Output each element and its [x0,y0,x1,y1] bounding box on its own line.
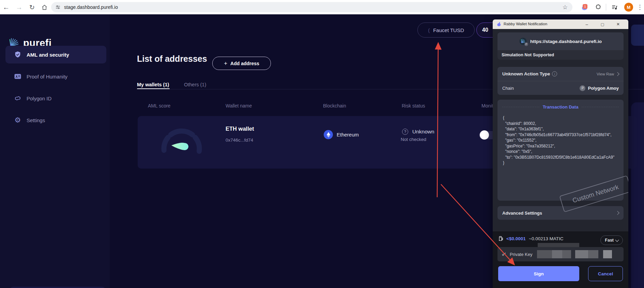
rabby-wallet-window: Rabby Wallet Notification – ▢ ✕ P https:… [493,19,628,288]
action-type-row: Unknown Action Type i View Raw [497,67,624,81]
signing-method-label: Private Key [510,252,532,257]
rabby-bottom-bar: <$0.0001 ~0.00213 MATIC Fast Private Key [493,231,628,288]
cancel-label: Cancel [598,271,613,276]
blockchain-name: Ethereum [337,132,359,138]
polygon-id-icon [14,95,22,102]
faucet-label: Faucet TUSD [433,27,464,33]
bookmark-star-icon[interactable]: ☆ [563,4,568,11]
advanced-settings-label: Advanced Settings [502,211,542,216]
simulation-note: Simulation Not Supported [502,53,554,57]
sidebar-item-aml[interactable]: AML and security [5,46,106,63]
action-type-label: Unknown Action Type [502,71,550,76]
spinner-icon: ( [428,27,430,33]
address-bar[interactable]: stage.dashboard.purefi.io ☆ [51,2,572,12]
wallet-address-button-fragment[interactable] [631,25,644,46]
profile-avatar[interactable]: M [624,3,633,12]
chain-row: Chain P Polygon Amoy [497,81,624,95]
wallet-address: 0x746c...fd74 [226,138,253,143]
close-icon[interactable]: ✕ [612,19,624,29]
sign-button[interactable]: Sign [498,266,579,281]
info-icon[interactable]: i [552,71,557,76]
action-card: Unknown Action Type i View Raw Chain P P… [497,67,624,95]
transaction-json[interactable]: { "chainId": 80002, "data": "0x1a363bf1"… [497,112,624,166]
chain-value: Polygon Amoy [588,86,619,91]
favicon-p-badge: P [524,42,528,46]
subscription-panel[interactable]: Subscription ☆ [9,287,106,288]
ethereum-icon [324,130,333,139]
add-address-button[interactable]: + Add address [212,57,271,70]
page-title: List of addresses [137,54,207,64]
risk-status: Unknown [412,129,434,135]
sidebar-item-label: Polygon ID [27,96,51,101]
gas-usd: <$0.0001 [506,236,526,241]
private-key-row[interactable]: Private Key [497,247,624,261]
site-info-icon[interactable] [55,4,61,10]
monitoring-toggle-knob[interactable] [480,130,489,140]
faucet-tusd-button[interactable]: ( Faucet TUSD [417,23,475,38]
chevron-down-icon [615,238,619,242]
rabby-window-title: Rabby Wallet Notification [504,22,547,26]
view-raw-label: View Raw [597,72,614,76]
rabby-logo-icon [496,21,502,28]
refresh-icon[interactable]: ↻ [27,0,37,14]
plus-icon: + [224,60,227,67]
origin-url: https://stage.dashboard.purefi.io [530,39,602,44]
forward-icon[interactable]: → [14,0,25,14]
risk-note: Not checked [401,137,426,142]
simulation-band: Simulation Not Supported [497,50,624,60]
column-header-aml-score: AML score [148,103,170,109]
tab-my-wallets[interactable]: My wallets (1) [137,82,169,87]
cancel-button[interactable]: Cancel [588,266,623,281]
column-header-risk-status: Risk status [402,103,425,109]
sidebar-item-polygon-id[interactable]: Polygon ID [5,89,106,107]
rabby-titlebar[interactable]: Rabby Wallet Notification – ▢ ✕ [493,19,628,29]
chevron-right-icon [615,211,619,215]
home-icon[interactable] [39,0,50,14]
site-favicon: P [519,38,527,45]
balance-value: 40 [482,27,488,33]
browser-menu-icon[interactable]: ⋮ [634,0,644,14]
dashed-rule [582,107,619,107]
key-icon [502,252,507,257]
column-header-wallet-name: Wallet name [226,103,252,109]
tab-others[interactable]: Others (1) [184,82,206,87]
dashed-rule [502,107,539,107]
aml-score-gauge [155,119,210,156]
extensions-puzzle-icon[interactable] [593,0,604,14]
minimize-icon[interactable]: – [581,19,593,29]
chevron-right-icon [615,72,619,76]
view-raw-button[interactable]: View Raw [597,72,619,76]
risk-question-icon[interactable]: ? [402,129,408,135]
sidebar-item-label: Settings [27,117,45,123]
gear-icon: ⚙ [14,116,22,124]
rabby-extension-icon[interactable]: 1 [579,0,590,14]
browser-toolbar: ← → ↻ stage.dashboard.purefi.io ☆ 1 M ⋮ [0,0,644,14]
url-text: stage.dashboard.purefi.io [64,4,118,10]
add-address-label: Add address [230,61,259,66]
sidebar-item-label: AML and security [27,52,69,58]
media-controls-icon[interactable] [609,0,620,14]
gas-pump-icon [498,236,504,243]
redacted-private-key [537,250,612,258]
sidebar: purefi AML and security Proof of Humanit… [0,14,110,288]
sidebar-item-label: Proof of Humanity [27,74,67,80]
wallet-name: ETH wallet [226,126,254,132]
column-header-blockchain: Blockchain [323,103,346,109]
chain-label: Chain [502,86,514,91]
sidebar-item-settings[interactable]: ⚙ Settings [5,111,106,129]
shield-check-icon [14,51,22,58]
advanced-settings-row[interactable]: Advanced Settings [497,206,624,220]
gas-native: ~0.00213 MATIC [529,236,563,241]
redacted-block [538,243,579,247]
sidebar-item-poh[interactable]: Proof of Humanity [5,68,106,85]
id-card-icon [14,73,22,80]
maximize-icon[interactable]: ▢ [596,19,609,29]
gauge-needle [171,143,188,150]
extension-badge: 1 [583,4,587,9]
back-icon[interactable]: ← [1,0,12,14]
sign-label: Sign [534,271,543,276]
polygon-chain-badge-icon: P [580,85,585,91]
gas-speed-select[interactable]: Fast [600,235,623,245]
screen: ← → ↻ stage.dashboard.purefi.io ☆ 1 M ⋮ [0,0,644,288]
origin-card: P https://stage.dashboard.purefi.io [497,32,624,50]
